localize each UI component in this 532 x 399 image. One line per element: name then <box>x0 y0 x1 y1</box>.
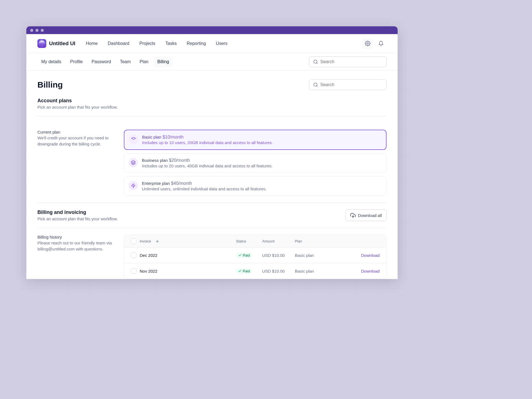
download-all-label: Download all <box>358 213 382 218</box>
invoice-plan: Basic plan <box>295 253 324 258</box>
layers-icon <box>129 181 138 190</box>
content: Billing Account plans Pick an account pl… <box>26 71 398 279</box>
download-all-button[interactable]: Download all <box>346 209 387 221</box>
brand-name: Untitled UI <box>49 40 75 47</box>
account-plans-title: Account plans <box>37 98 387 104</box>
notifications-button[interactable] <box>375 38 387 49</box>
table-row: Nov 2022PaidUSD $10.00Basic planDownload <box>124 263 386 279</box>
plan-name: Enterprise plan <box>142 181 170 186</box>
tab-my-details[interactable]: My details <box>37 57 65 67</box>
plan-desc: Includes up to 20 users, 40GB indiviual … <box>142 163 273 168</box>
svg-marker-6 <box>131 161 135 163</box>
plan-price: $40/month <box>171 181 192 186</box>
plan-desc: Includes up to 10 users, 20GB indiviual … <box>142 140 273 145</box>
nav-tasks[interactable]: Tasks <box>162 39 180 48</box>
plan-card-1[interactable]: Business plan $20/monthIncludes up to 20… <box>124 153 387 173</box>
plan-price: $10/month <box>163 135 184 139</box>
plan-price: $20/month <box>169 158 190 163</box>
app-window: Untitled UI Home Dashboard Projects Task… <box>26 26 398 279</box>
status-badge: Paid <box>236 268 252 274</box>
th-status: Status <box>236 239 262 243</box>
page-search[interactable] <box>309 80 387 90</box>
layers-icon <box>129 135 138 144</box>
svg-point-0 <box>367 43 369 44</box>
download-link[interactable]: Download <box>324 269 380 273</box>
gear-icon <box>365 41 370 46</box>
plan-card-2[interactable]: Enterprise plan $40/monthUnlimited users… <box>124 176 387 196</box>
invoice-name: Dec 2022 <box>140 253 157 258</box>
svg-line-4 <box>316 86 317 86</box>
th-amount: Amount <box>262 239 295 243</box>
search-icon <box>313 82 318 87</box>
tab-password[interactable]: Password <box>88 57 115 67</box>
invoice-amount: USD $10.00 <box>262 253 295 258</box>
layers-icon <box>129 158 138 167</box>
row-checkbox[interactable] <box>131 268 136 274</box>
tab-billing[interactable]: Billing <box>154 57 173 67</box>
invoice-plan: Basic plan <box>295 269 324 273</box>
invoice-name: Nov 2022 <box>140 269 157 273</box>
download-link[interactable]: Download <box>324 253 380 258</box>
sub-nav: My details Profile Password Team Plan Bi… <box>26 53 398 71</box>
th-invoice[interactable]: Invoice <box>140 239 151 243</box>
minimize-icon[interactable] <box>35 29 39 32</box>
select-all-checkbox[interactable] <box>131 238 136 244</box>
tab-plan[interactable]: Plan <box>136 57 152 67</box>
status-badge: Paid <box>236 253 252 258</box>
logo-icon <box>37 39 46 48</box>
nav-home[interactable]: Home <box>83 39 101 48</box>
billing-section-subtitle: Pick an account plan that fits your work… <box>37 216 118 221</box>
nav-users[interactable]: Users <box>213 39 231 48</box>
bell-icon <box>378 41 384 46</box>
history-label: Billing history <box>37 235 115 239</box>
current-plan-label: Current plan <box>37 130 115 134</box>
tab-team[interactable]: Team <box>116 57 135 67</box>
tab-profile[interactable]: Profile <box>66 57 86 67</box>
history-note: Please reach out to our friendly team vi… <box>37 240 115 252</box>
page-search-input[interactable] <box>320 82 382 87</box>
svg-marker-7 <box>131 184 135 188</box>
invoice-amount: USD $10.00 <box>262 269 295 273</box>
account-plans-subtitle: Pick an account plan that fits your work… <box>37 105 387 109</box>
svg-marker-5 <box>132 137 136 140</box>
current-plan-note: We'll credit your account if you need to… <box>37 135 115 147</box>
sort-down-icon <box>155 239 159 243</box>
billing-table: Invoice Status Amount Plan Dec 2022PaidU… <box>124 235 387 279</box>
plan-card-0[interactable]: Basic plan $10/monthIncludes up to 10 us… <box>124 130 387 150</box>
table-row: Dec 2022PaidUSD $10.00Basic planDownload <box>124 247 386 263</box>
maximize-icon[interactable] <box>41 29 44 32</box>
nav-dashboard[interactable]: Dashboard <box>104 39 133 48</box>
close-icon[interactable] <box>30 29 33 32</box>
plan-desc: Unlimited users, unlimited individual da… <box>142 186 267 191</box>
svg-line-2 <box>316 63 317 63</box>
table-header: Invoice Status Amount Plan <box>124 235 386 247</box>
billing-section-title: Billing and invoicing <box>37 209 118 215</box>
page-title: Billing <box>37 80 63 89</box>
plan-name: Business plan <box>142 158 168 163</box>
nav-reporting[interactable]: Reporting <box>183 39 209 48</box>
search-input[interactable] <box>320 59 382 64</box>
subnav-search[interactable] <box>309 57 387 67</box>
row-checkbox[interactable] <box>131 252 136 258</box>
nav-projects[interactable]: Projects <box>136 39 159 48</box>
titlebar <box>26 26 398 34</box>
top-nav: Untitled UI Home Dashboard Projects Task… <box>26 34 398 53</box>
search-icon <box>313 59 318 64</box>
th-plan: Plan <box>295 239 324 243</box>
download-cloud-icon <box>350 213 356 218</box>
settings-button[interactable] <box>362 38 373 49</box>
brand: Untitled UI <box>37 39 75 48</box>
plan-name: Basic plan <box>142 135 161 139</box>
